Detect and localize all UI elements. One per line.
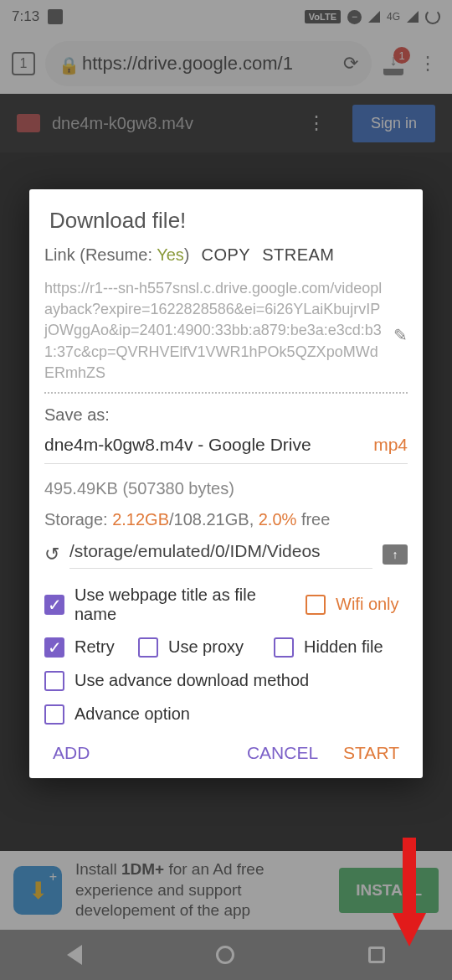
sign-in-button[interactable]: Sign in xyxy=(352,105,435,142)
path-row: ↺ /storage/emulated/0/IDM/Videos ↑ xyxy=(44,541,408,569)
opt-wifi-only[interactable]: Wifi only xyxy=(306,585,406,624)
save-as-label: Save as: xyxy=(44,405,408,425)
cancel-button[interactable]: CANCEL xyxy=(247,743,318,763)
picture-icon xyxy=(48,9,63,24)
network-label: 4G xyxy=(387,11,400,23)
page-file-name: dne4m-k0gw8.m4v xyxy=(52,114,280,133)
stream-button[interactable]: STREAM xyxy=(262,245,334,265)
menu-button[interactable]: ⋮ xyxy=(415,53,440,75)
signal-icon-1 xyxy=(368,11,380,23)
resume-value: Yes xyxy=(157,245,184,264)
downloads-button[interactable]: ↓ 1 xyxy=(382,52,405,75)
checkbox-icon xyxy=(138,637,158,658)
download-count-badge: 1 xyxy=(393,47,410,64)
extension-button[interactable]: mp4 xyxy=(373,435,408,455)
edit-url-icon[interactable]: ✎ xyxy=(393,325,408,345)
dialog-actions: ADD CANCEL START xyxy=(44,743,408,763)
checkbox-checked-icon: ✓ xyxy=(44,595,64,615)
ad-app-icon: ⬇+ xyxy=(13,866,62,915)
download-url-block: https://r1---sn-h557snsl.c.drive.google.… xyxy=(44,278,408,394)
refresh-icon[interactable]: ⟳ xyxy=(343,53,358,75)
options-group: ✓ Use webpage title as file name Wifi on… xyxy=(44,585,408,725)
folder-up-icon[interactable]: ↑ xyxy=(383,544,408,565)
status-time: 7:13 xyxy=(12,8,39,25)
checkbox-icon xyxy=(306,595,326,615)
page-header: dne4m-k0gw8.m4v ⋮ Sign in xyxy=(0,94,452,152)
dialog-title: Download file! xyxy=(44,208,408,234)
video-file-icon xyxy=(17,114,40,132)
opt-hidden-file[interactable]: Hidden file xyxy=(274,637,408,658)
add-button[interactable]: ADD xyxy=(53,743,90,763)
ad-text: Install 1DM+ for an Ad free experience a… xyxy=(75,859,326,921)
download-url: https://r1---sn-h557snsl.c.drive.google.… xyxy=(44,278,408,384)
browser-toolbar: 1 🔒 https://drive.google.com/1 ⟳ ↓ 1 ⋮ xyxy=(0,34,452,94)
opt-retry[interactable]: ✓ Retry xyxy=(44,637,128,658)
dnd-icon: − xyxy=(347,10,362,24)
recents-button[interactable] xyxy=(368,946,385,963)
checkbox-icon xyxy=(274,637,294,658)
checkbox-icon xyxy=(44,671,64,691)
url-text: https://drive.google.com/1 xyxy=(82,53,333,75)
save-path-input[interactable]: /storage/emulated/0/IDM/Videos xyxy=(69,541,372,569)
back-button[interactable] xyxy=(67,945,82,965)
storage-info: Storage: 2.12GB/108.21GB, 2.0% free xyxy=(44,510,408,529)
link-row: Link (Resume: Yes) COPY STREAM xyxy=(44,245,408,265)
save-as-input[interactable]: dne4m-k0gw8.m4v - Google Drive xyxy=(44,435,367,455)
tab-count-button[interactable]: 1 xyxy=(12,52,35,75)
install-button[interactable]: INSTALL xyxy=(339,868,439,913)
ad-banner: ⬇+ Install 1DM+ for an Ad free experienc… xyxy=(0,851,452,930)
copy-link-button[interactable]: COPY xyxy=(201,245,250,265)
volte-badge: VoLTE xyxy=(305,10,341,23)
save-as-row: dne4m-k0gw8.m4v - Google Drive mp4 xyxy=(44,435,408,464)
loading-spinner-icon xyxy=(425,9,440,24)
checkbox-icon xyxy=(44,704,64,725)
address-bar[interactable]: 🔒 https://drive.google.com/1 ⟳ xyxy=(45,41,372,86)
opt-use-proxy[interactable]: Use proxy xyxy=(138,637,264,658)
home-button[interactable] xyxy=(216,946,234,964)
lock-icon: 🔒 xyxy=(59,55,72,72)
opt-advance-method[interactable]: Use advance download method xyxy=(44,671,408,691)
android-nav-bar xyxy=(0,930,452,980)
history-icon[interactable]: ↺ xyxy=(44,544,59,565)
opt-advance-option[interactable]: Advance option xyxy=(44,704,408,725)
opt-webpage-title[interactable]: ✓ Use webpage title as file name xyxy=(44,585,295,624)
download-dialog: Download file! Link (Resume: Yes) COPY S… xyxy=(29,189,423,778)
page-menu-button[interactable]: ⋮ xyxy=(292,112,341,134)
file-size: 495.49KB (507380 bytes) xyxy=(44,479,408,498)
signal-icon-2 xyxy=(407,11,419,23)
start-button[interactable]: START xyxy=(343,743,399,763)
status-bar: 7:13 VoLTE − 4G xyxy=(0,0,452,34)
checkbox-checked-icon: ✓ xyxy=(44,637,64,658)
